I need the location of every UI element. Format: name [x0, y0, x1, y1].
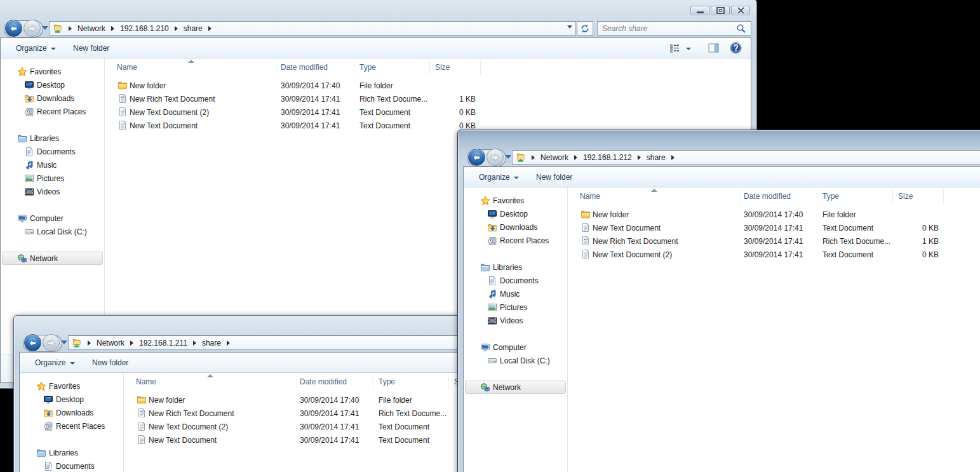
breadcrumb-network[interactable]: Network	[97, 339, 124, 347]
new-folder-button[interactable]: New folder	[536, 167, 572, 187]
sidebar-item-libraries[interactable]: Libraries	[480, 260, 522, 274]
breadcrumb-share[interactable]: share	[202, 339, 221, 347]
back-button[interactable]	[468, 149, 485, 166]
breadcrumb-share[interactable]: share	[647, 153, 666, 162]
sidebar-item-videos[interactable]: Videos	[24, 185, 60, 198]
recent-pages-dropdown[interactable]	[42, 26, 48, 30]
sidebar-item-music[interactable]: Music	[487, 287, 520, 300]
sidebar-item-desktop[interactable]: Desktop	[487, 207, 528, 220]
minimize-button[interactable]	[690, 6, 709, 15]
breadcrumb-network[interactable]: Network	[77, 24, 105, 33]
column-header-name[interactable]: Name	[580, 189, 600, 203]
column-header-label: Size	[435, 63, 450, 72]
sidebar-item-recent-places[interactable]: Recent Places	[24, 105, 86, 118]
file-row[interactable]: New folder30/09/2014 17:40File folder	[105, 79, 751, 92]
sidebar-item-network[interactable]: Network	[465, 381, 566, 394]
column-header-type[interactable]: Type	[359, 60, 376, 74]
sidebar-item-downloads[interactable]: Downloads	[487, 220, 537, 234]
views-dropdown-icon[interactable]	[686, 48, 691, 50]
column-header-size[interactable]: Size	[898, 189, 913, 203]
column-separator	[741, 189, 741, 203]
file-row[interactable]: New Rich Text Document30/09/2014 17:41Ri…	[105, 92, 751, 105]
column-header-type[interactable]: Type	[379, 375, 395, 389]
forward-button[interactable]	[487, 149, 504, 166]
breadcrumb-host[interactable]: 192.168.1.212	[583, 153, 632, 162]
sidebar-item-local-disk-c[interactable]: Local Disk (C:)	[24, 225, 87, 238]
column-separator	[354, 60, 354, 74]
refresh-button[interactable]	[577, 21, 593, 36]
organize-button[interactable]: Organize	[479, 167, 519, 187]
file-name: New Text Document	[130, 119, 198, 132]
sidebar-item-downloads[interactable]: Downloads	[43, 406, 93, 419]
file-row[interactable]: New Text Document30/09/2014 17:41Text Do…	[568, 221, 980, 234]
preview-pane-button[interactable]	[708, 43, 719, 53]
file-row[interactable]: New folder30/09/2014 17:40File folder	[568, 208, 980, 221]
sidebar-item-computer[interactable]: Computer	[17, 212, 64, 225]
sidebar-item-pictures[interactable]: Pictures	[487, 300, 527, 314]
back-button[interactable]	[5, 20, 22, 37]
views-button[interactable]	[669, 43, 680, 53]
sidebar-item-videos[interactable]: Videos	[487, 314, 523, 327]
sidebar-item-music[interactable]: Music	[24, 158, 57, 172]
sidebar-item-desktop[interactable]: Desktop	[43, 393, 84, 406]
column-header-size[interactable]: Size	[435, 60, 450, 74]
sidebar-item-documents[interactable]: Documents	[43, 459, 95, 472]
column-header-date-modified[interactable]: Date modified	[281, 60, 328, 74]
sidebar-item-computer[interactable]: Computer	[480, 341, 527, 354]
sidebar-item-desktop[interactable]: Desktop	[24, 78, 65, 91]
address-bar[interactable]: Network192.168.1.212share	[512, 150, 980, 165]
back-button[interactable]	[24, 334, 41, 351]
command-toolbar: OrganizeNew folder	[1, 38, 751, 58]
file-row[interactable]: New Text Document (2)30/09/2014 17:41Tex…	[105, 105, 751, 119]
organize-label: Organize	[16, 44, 47, 53]
column-header-name[interactable]: Name	[117, 60, 137, 74]
file-type: Rich Text Docume...	[379, 407, 446, 420]
titlebar[interactable]	[0, 0, 756, 18]
sidebar-item-recent-places[interactable]: Recent Places	[43, 419, 105, 433]
libraries-icon	[17, 133, 27, 144]
sidebar-item-favorites[interactable]: Favorites	[480, 194, 524, 207]
file-row[interactable]: New Rich Text Document30/09/2014 17:41Ri…	[568, 234, 980, 248]
column-header-label: Date modified	[281, 63, 328, 72]
sidebar-item-label: Network	[493, 383, 521, 392]
address-bar[interactable]: Network192.168.1.210share	[49, 21, 576, 36]
forward-button[interactable]	[43, 334, 60, 351]
sidebar-item-favorites[interactable]: Favorites	[17, 65, 61, 78]
breadcrumb-share[interactable]: share	[184, 24, 203, 33]
titlebar[interactable]	[458, 130, 980, 149]
new-folder-button[interactable]: New folder	[92, 353, 128, 372]
sidebar-item-documents[interactable]: Documents	[487, 274, 539, 287]
column-header-type[interactable]: Type	[822, 189, 839, 203]
sidebar-item-documents[interactable]: Documents	[24, 145, 76, 158]
sidebar-item-network[interactable]: Network	[2, 252, 103, 265]
close-button[interactable]	[731, 6, 750, 15]
sidebar-item-libraries[interactable]: Libraries	[36, 446, 78, 459]
breadcrumb-host[interactable]: 192.168.1.211	[139, 339, 187, 347]
forward-button[interactable]	[23, 20, 41, 37]
recent-pages-dropdown[interactable]	[505, 155, 511, 159]
organize-button[interactable]: Organize	[16, 38, 56, 58]
sidebar-item-pictures[interactable]: Pictures	[24, 172, 64, 185]
column-separator	[373, 375, 373, 389]
toolbar-right-group	[669, 38, 742, 58]
address-history-dropdown[interactable]	[567, 25, 572, 29]
breadcrumb-network[interactable]: Network	[540, 153, 568, 162]
file-row[interactable]: New Text Document (2)30/09/2014 17:41Tex…	[568, 248, 980, 261]
sidebar-item-local-disk-c[interactable]: Local Disk (C:)	[487, 354, 550, 367]
column-header-date-modified[interactable]: Date modified	[300, 375, 347, 389]
organize-button[interactable]: Organize	[35, 353, 75, 372]
sidebar-item-libraries[interactable]: Libraries	[17, 131, 59, 145]
new-folder-button[interactable]: New folder	[73, 38, 109, 58]
sidebar-item-label: Libraries	[49, 448, 78, 457]
maximize-button[interactable]	[711, 6, 730, 15]
help-button[interactable]	[730, 42, 742, 54]
column-header-date-modified[interactable]: Date modified	[744, 189, 791, 203]
sidebar-item-downloads[interactable]: Downloads	[24, 91, 74, 105]
breadcrumb-host[interactable]: 192.168.1.210	[120, 24, 169, 33]
search-box[interactable]: Search share	[597, 21, 751, 36]
sidebar-item-favorites[interactable]: Favorites	[36, 379, 80, 393]
recent-pages-dropdown[interactable]	[61, 341, 67, 344]
column-header-name[interactable]: Name	[136, 375, 156, 389]
search-icon[interactable]	[736, 24, 746, 34]
sidebar-item-recent-places[interactable]: Recent Places	[487, 234, 549, 247]
